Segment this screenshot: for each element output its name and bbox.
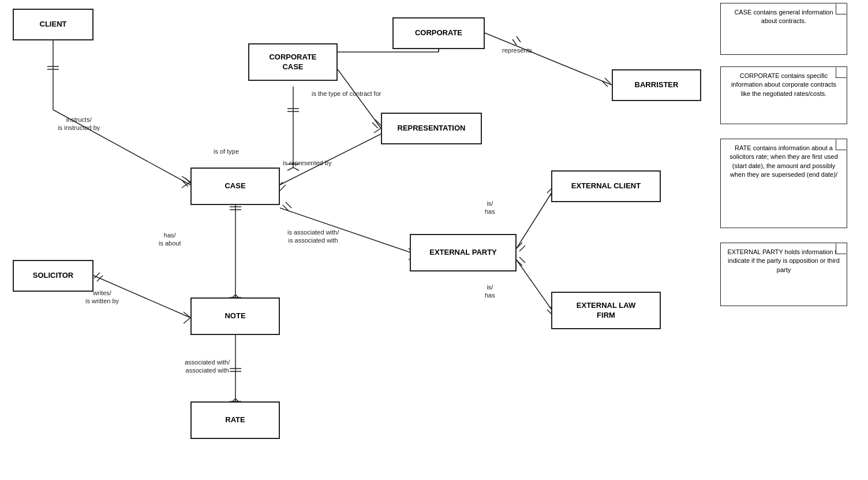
svg-line-30 — [602, 81, 608, 87]
svg-line-52 — [184, 318, 190, 323]
note-rate: RATE contains information about a solici… — [720, 139, 847, 228]
entity-note: NOTE — [190, 297, 280, 335]
svg-line-27 — [485, 33, 612, 85]
svg-line-17 — [287, 168, 293, 170]
rel-is-associated-with: is associated with/is associated with — [287, 228, 339, 245]
svg-line-59 — [517, 189, 554, 248]
rel-assoc-rate: associated with/associated with — [185, 358, 230, 375]
svg-line-66 — [519, 257, 525, 263]
svg-line-6 — [182, 176, 190, 182]
rel-writes: writes/is written by — [85, 289, 119, 306]
svg-line-24 — [375, 120, 381, 125]
rel-has-is-about: has/is about — [159, 231, 181, 248]
svg-line-64 — [517, 260, 554, 313]
entity-rate: RATE — [190, 401, 280, 439]
entity-barrister: BARRISTER — [612, 69, 701, 101]
rel-instructs: instructs/is instructed by — [58, 116, 100, 132]
entity-corporate: CORPORATE — [392, 17, 485, 49]
svg-line-22 — [338, 69, 381, 128]
svg-line-60 — [517, 243, 522, 248]
rel-is-has-client: is/has — [485, 199, 495, 216]
svg-line-65 — [517, 260, 522, 266]
svg-line-25 — [374, 128, 381, 133]
entity-external-client: EXTERNAL CLIENT — [551, 170, 661, 202]
entity-external-law-firm: EXTERNAL LAWFIRM — [551, 292, 661, 329]
svg-line-18 — [293, 168, 299, 170]
entity-case: CASE — [190, 168, 280, 205]
svg-line-7 — [182, 182, 190, 188]
note-corporate: CORPORATE contains specific information … — [720, 66, 847, 124]
entity-client: CLIENT — [13, 9, 93, 40]
svg-line-31 — [605, 78, 611, 84]
svg-line-23 — [372, 122, 378, 128]
svg-line-32 — [280, 128, 392, 185]
rel-is-has-firm: is/has — [485, 283, 495, 300]
rel-represents: represents — [502, 46, 532, 54]
svg-line-29 — [517, 36, 521, 42]
entity-solicitor: SOLICITOR — [13, 260, 93, 292]
svg-line-4 — [182, 181, 188, 187]
note-external-party: EXTERNAL PARTY holds information to indi… — [720, 243, 847, 306]
rel-is-type-contract: is the type of contract for — [312, 90, 381, 98]
svg-line-61 — [519, 245, 525, 251]
svg-line-51 — [184, 312, 190, 318]
entity-corporate-case: CORPORATECASE — [248, 43, 338, 81]
entity-external-party: EXTERNAL PARTY — [410, 234, 517, 271]
svg-line-28 — [512, 39, 517, 45]
svg-line-49 — [94, 273, 100, 278]
svg-line-34 — [280, 185, 286, 191]
svg-line-45 — [286, 202, 291, 208]
rel-is-of-type: is of type — [214, 147, 239, 155]
entity-representation: REPRESENTATION — [381, 113, 482, 144]
rel-is-represented-by: is represented by — [283, 159, 331, 167]
note-case: CASE contains general information about … — [720, 3, 847, 55]
svg-line-44 — [283, 205, 289, 211]
svg-line-50 — [97, 276, 103, 281]
erd-diagram: CLIENT CORPORATE CORPORATECASE BARRISTER… — [0, 0, 868, 480]
